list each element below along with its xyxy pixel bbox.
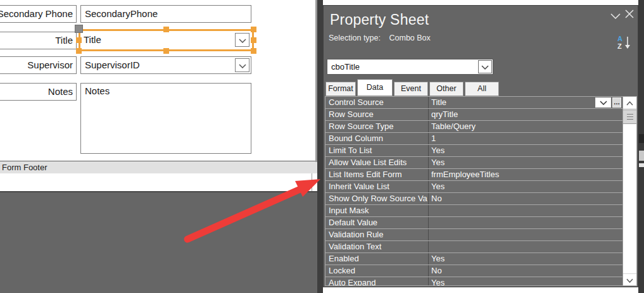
property-name: Locked bbox=[325, 265, 429, 277]
property-value[interactable] bbox=[429, 217, 622, 228]
move-handle[interactable] bbox=[75, 25, 83, 33]
property-value[interactable]: Yes bbox=[429, 145, 622, 156]
value-dropdown-button[interactable] bbox=[595, 97, 611, 108]
property-row[interactable]: Limit To ListYes bbox=[325, 145, 622, 157]
section-edge-line bbox=[312, 173, 312, 191]
property-name: Enabled bbox=[325, 253, 429, 265]
tab-data[interactable]: Data bbox=[357, 79, 393, 96]
object-selector-value: cboTitle bbox=[331, 62, 360, 72]
property-name: Limit To List bbox=[325, 145, 429, 156]
property-value[interactable]: No bbox=[429, 265, 622, 277]
property-value[interactable] bbox=[429, 205, 622, 216]
property-row[interactable]: List Items Edit FormfrmEmployeeTitles bbox=[325, 169, 622, 181]
combo-dropdown-button[interactable] bbox=[235, 33, 249, 47]
property-value-text: Table/Query bbox=[431, 122, 476, 131]
property-name: Input Mask bbox=[325, 205, 429, 216]
property-row[interactable]: Row SourceqryTitle bbox=[325, 109, 622, 121]
combo-dropdown-button[interactable] bbox=[478, 60, 492, 73]
property-value[interactable]: Yes bbox=[429, 277, 622, 286]
resize-handle-left[interactable] bbox=[76, 37, 82, 43]
property-row[interactable]: Default Value bbox=[325, 217, 622, 229]
property-row[interactable]: Auto ExpandYes bbox=[325, 277, 622, 286]
combo-dropdown-button[interactable] bbox=[235, 58, 249, 72]
property-name: Row Source Type bbox=[325, 121, 429, 132]
property-value-text: Yes bbox=[431, 182, 445, 191]
property-value-text: qryTitle bbox=[431, 109, 458, 119]
property-sheet-panel: Property Sheet Selection type: Combo Box… bbox=[323, 5, 638, 287]
chevron-up-icon bbox=[626, 97, 633, 108]
object-selector-combo[interactable]: cboTitle bbox=[327, 59, 493, 75]
property-value[interactable]: Title… bbox=[429, 97, 622, 108]
property-name: Auto Expand bbox=[325, 277, 429, 286]
resize-handle-right[interactable] bbox=[251, 37, 256, 43]
property-name: Allow Value List Edits bbox=[325, 157, 429, 168]
sort-az-icon[interactable]: A Z bbox=[616, 35, 633, 52]
property-grid: Control SourceTitle…Row SourceqryTitleRo… bbox=[325, 96, 637, 286]
label-title[interactable]: Title bbox=[0, 32, 77, 49]
panel-close-button[interactable] bbox=[624, 9, 635, 21]
resize-handle-bottom[interactable] bbox=[163, 48, 169, 54]
property-value[interactable]: 1 bbox=[429, 133, 622, 144]
combobox-supervisor[interactable]: SupervisorID bbox=[80, 56, 251, 74]
property-row[interactable]: Control SourceTitle… bbox=[325, 97, 622, 109]
property-name: Bound Column bbox=[325, 133, 429, 144]
property-name: Control Source bbox=[325, 97, 429, 108]
property-name: Default Value bbox=[325, 217, 429, 228]
designer-background bbox=[0, 192, 317, 293]
property-value[interactable]: qryTitle bbox=[429, 109, 622, 120]
tab-all[interactable]: All bbox=[465, 82, 499, 96]
property-value-text: frmEmployeeTitles bbox=[431, 170, 499, 179]
resize-handle-top[interactable] bbox=[163, 27, 169, 32]
resize-handle-bottom-left[interactable] bbox=[76, 48, 82, 54]
property-value[interactable]: No bbox=[429, 193, 622, 204]
textbox-secondary-phone[interactable]: SecondaryPhone bbox=[80, 5, 251, 23]
property-row[interactable]: Inherit Value ListYes bbox=[325, 181, 622, 193]
tab-event[interactable]: Event bbox=[394, 82, 428, 96]
tab-format[interactable]: Format bbox=[325, 82, 356, 96]
property-name: List Items Edit Form bbox=[325, 169, 429, 180]
property-row[interactable]: Bound Column1 bbox=[325, 133, 622, 145]
property-row[interactable]: Validation Rule bbox=[325, 229, 622, 241]
scroll-up-button[interactable] bbox=[623, 97, 636, 109]
property-row[interactable]: Input Mask bbox=[325, 205, 622, 217]
property-value[interactable] bbox=[429, 241, 622, 252]
property-row[interactable]: EnabledYes bbox=[325, 253, 622, 265]
close-icon bbox=[625, 9, 634, 21]
property-value[interactable]: frmEmployeeTitles bbox=[429, 169, 622, 180]
builder-ellipsis-button[interactable]: … bbox=[612, 97, 621, 108]
property-grid-scrollbar[interactable] bbox=[622, 97, 636, 285]
property-row[interactable]: LockedNo bbox=[325, 265, 622, 277]
property-value[interactable] bbox=[429, 229, 622, 240]
property-row[interactable]: Validation Text bbox=[325, 241, 622, 253]
property-value-text: Yes bbox=[431, 158, 445, 167]
property-value[interactable]: Yes bbox=[429, 253, 622, 265]
form-footer-section bbox=[0, 173, 317, 192]
label-supervisor[interactable]: Supervisor bbox=[0, 56, 77, 74]
label-notes[interactable]: Notes bbox=[0, 83, 77, 101]
form-footer-section-bar[interactable]: Form Footer bbox=[0, 161, 317, 173]
property-value[interactable]: Table/Query bbox=[429, 121, 622, 132]
resize-handle-top-right[interactable] bbox=[251, 27, 256, 32]
property-row[interactable]: Allow Value List EditsYes bbox=[325, 157, 622, 169]
tab-other[interactable]: Other bbox=[429, 82, 464, 96]
background-fragment bbox=[639, 151, 644, 161]
panel-collapse-button[interactable] bbox=[610, 11, 621, 20]
property-row[interactable]: Show Only Row Source VaNo bbox=[325, 193, 622, 205]
property-value-text: Title bbox=[431, 97, 446, 107]
resize-handle-bottom-right[interactable] bbox=[251, 48, 256, 54]
chevron-down-icon bbox=[481, 59, 489, 74]
label-secondary-phone[interactable]: Secondary Phone bbox=[0, 5, 77, 23]
thumb-grip-icon bbox=[627, 114, 633, 120]
property-value-text: 1 bbox=[431, 134, 436, 143]
combobox-supervisor-value: SupervisorID bbox=[85, 59, 140, 70]
scrollbar-thumb[interactable] bbox=[623, 109, 636, 124]
chevron-down-icon bbox=[239, 57, 246, 73]
property-value[interactable]: Yes bbox=[429, 181, 622, 192]
selection-type-label: Selection type: bbox=[329, 34, 381, 42]
property-sheet-title: Property Sheet bbox=[330, 11, 429, 28]
property-value[interactable]: Yes bbox=[429, 157, 622, 168]
textbox-notes[interactable]: Notes bbox=[80, 83, 251, 154]
property-row[interactable]: Row Source TypeTable/Query bbox=[325, 121, 622, 133]
combobox-title-value: Title bbox=[84, 34, 101, 45]
scroll-down-button[interactable] bbox=[623, 273, 636, 285]
